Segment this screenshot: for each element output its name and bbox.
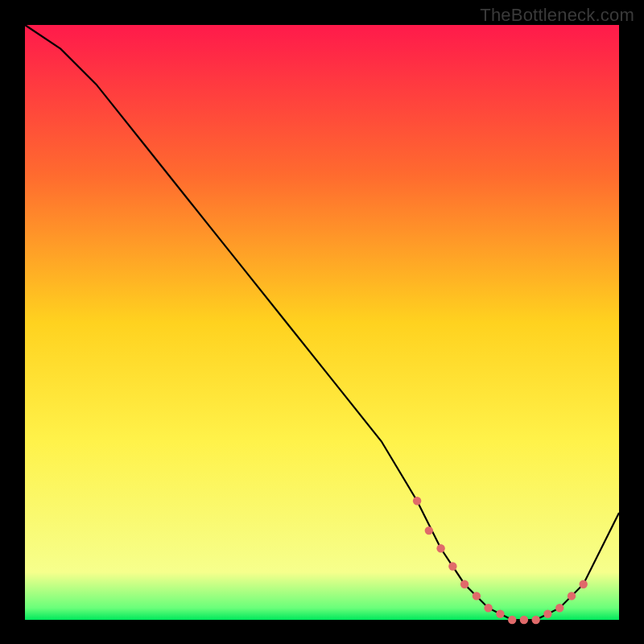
highlight-dot [543, 609, 551, 617]
highlight-dot [484, 604, 492, 612]
highlight-dot [436, 544, 444, 552]
highlight-dot [520, 616, 528, 624]
highlight-dot [555, 604, 564, 612]
highlight-dot [448, 562, 456, 570]
chart-svg [0, 0, 644, 644]
highlight-dot [460, 580, 469, 588]
highlight-dot [413, 497, 421, 505]
highlight-dot [532, 616, 540, 624]
plot-background [25, 25, 619, 620]
highlight-dot [496, 609, 504, 617]
chart-container: TheBottleneck.com [0, 0, 644, 644]
highlight-dot [580, 580, 588, 588]
highlight-dot [508, 616, 516, 624]
highlight-dot [568, 592, 576, 600]
highlight-dot [473, 592, 481, 600]
highlight-dot [425, 526, 433, 535]
watermark-text: TheBottleneck.com [480, 5, 634, 26]
